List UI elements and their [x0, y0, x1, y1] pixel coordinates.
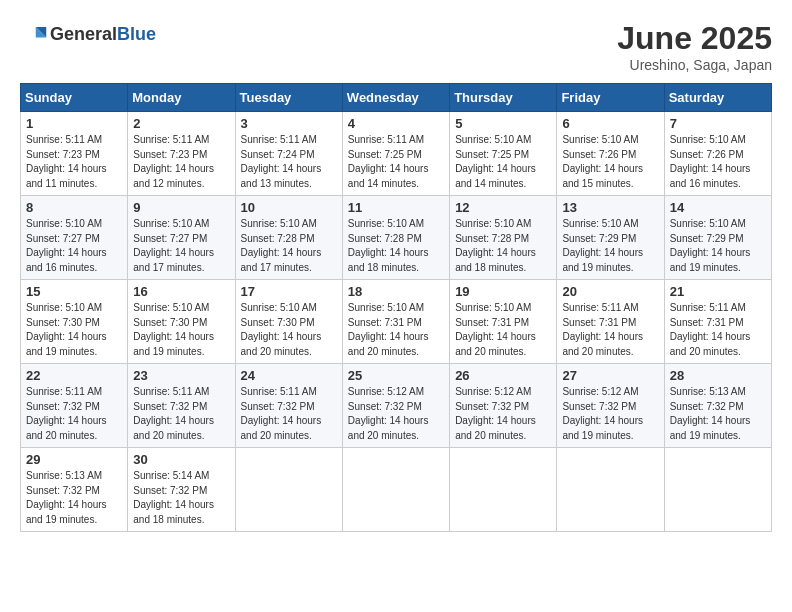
day-detail: Sunrise: 5:10 AMSunset: 7:26 PMDaylight:… — [562, 133, 658, 191]
title-block: June 2025 Ureshino, Saga, Japan — [617, 20, 772, 73]
header-cell-wednesday: Wednesday — [342, 84, 449, 112]
header-cell-thursday: Thursday — [450, 84, 557, 112]
calendar-cell: 18Sunrise: 5:10 AMSunset: 7:31 PMDayligh… — [342, 280, 449, 364]
calendar-cell: 25Sunrise: 5:12 AMSunset: 7:32 PMDayligh… — [342, 364, 449, 448]
calendar-body: 1Sunrise: 5:11 AMSunset: 7:23 PMDaylight… — [21, 112, 772, 532]
day-detail: Sunrise: 5:10 AMSunset: 7:31 PMDaylight:… — [455, 301, 551, 359]
day-detail: Sunrise: 5:11 AMSunset: 7:23 PMDaylight:… — [133, 133, 229, 191]
day-detail: Sunrise: 5:13 AMSunset: 7:32 PMDaylight:… — [670, 385, 766, 443]
day-number: 25 — [348, 368, 444, 383]
header-cell-saturday: Saturday — [664, 84, 771, 112]
day-number: 22 — [26, 368, 122, 383]
day-detail: Sunrise: 5:11 AMSunset: 7:24 PMDaylight:… — [241, 133, 337, 191]
day-detail: Sunrise: 5:10 AMSunset: 7:30 PMDaylight:… — [133, 301, 229, 359]
calendar-cell: 4Sunrise: 5:11 AMSunset: 7:25 PMDaylight… — [342, 112, 449, 196]
day-detail: Sunrise: 5:11 AMSunset: 7:31 PMDaylight:… — [670, 301, 766, 359]
day-number: 12 — [455, 200, 551, 215]
calendar-week-2: 8Sunrise: 5:10 AMSunset: 7:27 PMDaylight… — [21, 196, 772, 280]
calendar-week-4: 22Sunrise: 5:11 AMSunset: 7:32 PMDayligh… — [21, 364, 772, 448]
calendar-cell: 3Sunrise: 5:11 AMSunset: 7:24 PMDaylight… — [235, 112, 342, 196]
calendar-cell: 30Sunrise: 5:14 AMSunset: 7:32 PMDayligh… — [128, 448, 235, 532]
calendar-cell: 20Sunrise: 5:11 AMSunset: 7:31 PMDayligh… — [557, 280, 664, 364]
header-row: SundayMondayTuesdayWednesdayThursdayFrid… — [21, 84, 772, 112]
calendar-cell: 16Sunrise: 5:10 AMSunset: 7:30 PMDayligh… — [128, 280, 235, 364]
day-number: 13 — [562, 200, 658, 215]
day-number: 9 — [133, 200, 229, 215]
calendar-cell: 21Sunrise: 5:11 AMSunset: 7:31 PMDayligh… — [664, 280, 771, 364]
calendar-cell: 14Sunrise: 5:10 AMSunset: 7:29 PMDayligh… — [664, 196, 771, 280]
day-number: 3 — [241, 116, 337, 131]
calendar-cell — [557, 448, 664, 532]
day-number: 1 — [26, 116, 122, 131]
calendar-cell: 11Sunrise: 5:10 AMSunset: 7:28 PMDayligh… — [342, 196, 449, 280]
day-number: 23 — [133, 368, 229, 383]
day-detail: Sunrise: 5:10 AMSunset: 7:26 PMDaylight:… — [670, 133, 766, 191]
calendar-cell: 13Sunrise: 5:10 AMSunset: 7:29 PMDayligh… — [557, 196, 664, 280]
calendar-cell: 1Sunrise: 5:11 AMSunset: 7:23 PMDaylight… — [21, 112, 128, 196]
day-detail: Sunrise: 5:12 AMSunset: 7:32 PMDaylight:… — [348, 385, 444, 443]
calendar-cell: 7Sunrise: 5:10 AMSunset: 7:26 PMDaylight… — [664, 112, 771, 196]
day-detail: Sunrise: 5:11 AMSunset: 7:23 PMDaylight:… — [26, 133, 122, 191]
calendar-cell: 10Sunrise: 5:10 AMSunset: 7:28 PMDayligh… — [235, 196, 342, 280]
location: Ureshino, Saga, Japan — [617, 57, 772, 73]
calendar-cell: 8Sunrise: 5:10 AMSunset: 7:27 PMDaylight… — [21, 196, 128, 280]
day-detail: Sunrise: 5:11 AMSunset: 7:32 PMDaylight:… — [241, 385, 337, 443]
header-cell-monday: Monday — [128, 84, 235, 112]
header-cell-friday: Friday — [557, 84, 664, 112]
day-number: 27 — [562, 368, 658, 383]
day-detail: Sunrise: 5:10 AMSunset: 7:29 PMDaylight:… — [562, 217, 658, 275]
logo: GeneralBlue — [20, 20, 156, 48]
day-number: 6 — [562, 116, 658, 131]
day-detail: Sunrise: 5:14 AMSunset: 7:32 PMDaylight:… — [133, 469, 229, 527]
day-number: 4 — [348, 116, 444, 131]
day-detail: Sunrise: 5:12 AMSunset: 7:32 PMDaylight:… — [562, 385, 658, 443]
calendar-cell — [342, 448, 449, 532]
day-detail: Sunrise: 5:10 AMSunset: 7:28 PMDaylight:… — [455, 217, 551, 275]
day-detail: Sunrise: 5:10 AMSunset: 7:28 PMDaylight:… — [241, 217, 337, 275]
calendar-cell: 2Sunrise: 5:11 AMSunset: 7:23 PMDaylight… — [128, 112, 235, 196]
day-number: 18 — [348, 284, 444, 299]
calendar-cell: 28Sunrise: 5:13 AMSunset: 7:32 PMDayligh… — [664, 364, 771, 448]
day-number: 20 — [562, 284, 658, 299]
logo-blue: Blue — [117, 24, 156, 44]
day-detail: Sunrise: 5:11 AMSunset: 7:32 PMDaylight:… — [26, 385, 122, 443]
calendar-cell: 6Sunrise: 5:10 AMSunset: 7:26 PMDaylight… — [557, 112, 664, 196]
calendar-cell: 5Sunrise: 5:10 AMSunset: 7:25 PMDaylight… — [450, 112, 557, 196]
day-number: 26 — [455, 368, 551, 383]
calendar-cell: 19Sunrise: 5:10 AMSunset: 7:31 PMDayligh… — [450, 280, 557, 364]
month-title: June 2025 — [617, 20, 772, 57]
calendar-cell: 22Sunrise: 5:11 AMSunset: 7:32 PMDayligh… — [21, 364, 128, 448]
calendar-cell: 29Sunrise: 5:13 AMSunset: 7:32 PMDayligh… — [21, 448, 128, 532]
day-number: 17 — [241, 284, 337, 299]
day-number: 11 — [348, 200, 444, 215]
calendar-cell: 24Sunrise: 5:11 AMSunset: 7:32 PMDayligh… — [235, 364, 342, 448]
calendar-week-1: 1Sunrise: 5:11 AMSunset: 7:23 PMDaylight… — [21, 112, 772, 196]
day-detail: Sunrise: 5:11 AMSunset: 7:31 PMDaylight:… — [562, 301, 658, 359]
header-cell-sunday: Sunday — [21, 84, 128, 112]
calendar-cell — [664, 448, 771, 532]
header-cell-tuesday: Tuesday — [235, 84, 342, 112]
day-number: 28 — [670, 368, 766, 383]
day-detail: Sunrise: 5:10 AMSunset: 7:29 PMDaylight:… — [670, 217, 766, 275]
day-detail: Sunrise: 5:10 AMSunset: 7:27 PMDaylight:… — [133, 217, 229, 275]
day-number: 21 — [670, 284, 766, 299]
day-number: 16 — [133, 284, 229, 299]
calendar-cell: 9Sunrise: 5:10 AMSunset: 7:27 PMDaylight… — [128, 196, 235, 280]
calendar-cell: 15Sunrise: 5:10 AMSunset: 7:30 PMDayligh… — [21, 280, 128, 364]
day-number: 30 — [133, 452, 229, 467]
day-number: 5 — [455, 116, 551, 131]
day-number: 2 — [133, 116, 229, 131]
day-number: 10 — [241, 200, 337, 215]
calendar-cell: 12Sunrise: 5:10 AMSunset: 7:28 PMDayligh… — [450, 196, 557, 280]
day-detail: Sunrise: 5:10 AMSunset: 7:30 PMDaylight:… — [241, 301, 337, 359]
day-detail: Sunrise: 5:12 AMSunset: 7:32 PMDaylight:… — [455, 385, 551, 443]
calendar-cell: 27Sunrise: 5:12 AMSunset: 7:32 PMDayligh… — [557, 364, 664, 448]
day-number: 14 — [670, 200, 766, 215]
calendar-week-5: 29Sunrise: 5:13 AMSunset: 7:32 PMDayligh… — [21, 448, 772, 532]
logo-general: General — [50, 24, 117, 44]
day-number: 8 — [26, 200, 122, 215]
calendar-header: SundayMondayTuesdayWednesdayThursdayFrid… — [21, 84, 772, 112]
page-header: GeneralBlue June 2025 Ureshino, Saga, Ja… — [20, 20, 772, 73]
day-number: 29 — [26, 452, 122, 467]
day-detail: Sunrise: 5:10 AMSunset: 7:30 PMDaylight:… — [26, 301, 122, 359]
